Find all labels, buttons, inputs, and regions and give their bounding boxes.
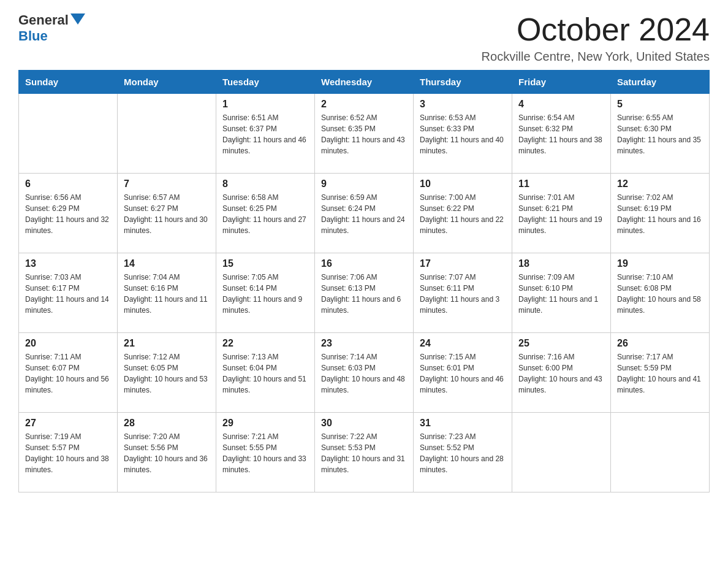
day-info: Sunrise: 7:03 AMSunset: 6:17 PMDaylight:… <box>25 272 111 316</box>
calendar-cell: 20Sunrise: 7:11 AMSunset: 6:07 PMDayligh… <box>19 333 118 413</box>
day-number: 15 <box>222 258 308 269</box>
logo-triangle-icon <box>70 13 85 25</box>
location-subtitle: Rockville Centre, New York, United State… <box>482 50 710 64</box>
day-number: 12 <box>617 178 703 190</box>
day-of-week-header: Thursday <box>414 71 512 94</box>
day-info: Sunrise: 6:51 AMSunset: 6:37 PMDaylight:… <box>222 112 308 156</box>
calendar-cell: 13Sunrise: 7:03 AMSunset: 6:17 PMDayligh… <box>19 253 118 333</box>
day-number: 13 <box>25 258 111 269</box>
day-number: 19 <box>617 258 703 269</box>
day-info: Sunrise: 7:07 AMSunset: 6:11 PMDaylight:… <box>420 272 506 316</box>
day-of-week-header: Wednesday <box>315 71 414 94</box>
calendar-cell: 24Sunrise: 7:15 AMSunset: 6:01 PMDayligh… <box>414 333 512 413</box>
calendar-cell: 11Sunrise: 7:01 AMSunset: 6:21 PMDayligh… <box>512 174 611 253</box>
day-info: Sunrise: 7:02 AMSunset: 6:19 PMDaylight:… <box>617 192 703 236</box>
calendar-table: SundayMondayTuesdayWednesdayThursdayFrid… <box>18 70 710 492</box>
calendar-cell <box>19 94 118 174</box>
calendar-cell: 19Sunrise: 7:10 AMSunset: 6:08 PMDayligh… <box>611 253 710 333</box>
day-info: Sunrise: 7:17 AMSunset: 5:59 PMDaylight:… <box>617 351 703 396</box>
day-info: Sunrise: 6:52 AMSunset: 6:35 PMDaylight:… <box>321 112 407 156</box>
day-number: 10 <box>420 178 506 190</box>
day-info: Sunrise: 7:12 AMSunset: 6:05 PMDaylight:… <box>124 351 210 396</box>
day-of-week-header: Friday <box>512 71 611 94</box>
calendar-cell: 8Sunrise: 6:58 AMSunset: 6:25 PMDaylight… <box>216 174 315 253</box>
calendar-cell: 12Sunrise: 7:02 AMSunset: 6:19 PMDayligh… <box>611 174 710 253</box>
day-info: Sunrise: 7:13 AMSunset: 6:04 PMDaylight:… <box>222 351 308 396</box>
day-info: Sunrise: 7:14 AMSunset: 6:03 PMDaylight:… <box>321 351 407 396</box>
day-info: Sunrise: 7:05 AMSunset: 6:14 PMDaylight:… <box>222 272 308 316</box>
calendar-cell: 26Sunrise: 7:17 AMSunset: 5:59 PMDayligh… <box>611 333 710 413</box>
calendar-cell: 27Sunrise: 7:19 AMSunset: 5:57 PMDayligh… <box>19 413 118 492</box>
calendar-cell: 15Sunrise: 7:05 AMSunset: 6:14 PMDayligh… <box>216 253 315 333</box>
day-info: Sunrise: 7:22 AMSunset: 5:53 PMDaylight:… <box>321 431 407 475</box>
calendar-cell <box>512 413 611 492</box>
calendar-cell: 5Sunrise: 6:55 AMSunset: 6:30 PMDaylight… <box>611 94 710 174</box>
day-number: 3 <box>420 99 506 110</box>
day-info: Sunrise: 6:54 AMSunset: 6:32 PMDaylight:… <box>518 112 604 156</box>
calendar-cell: 2Sunrise: 6:52 AMSunset: 6:35 PMDaylight… <box>315 94 414 174</box>
day-number: 29 <box>222 418 308 429</box>
calendar-week-row: 1Sunrise: 6:51 AMSunset: 6:37 PMDaylight… <box>19 94 710 174</box>
calendar-cell: 16Sunrise: 7:06 AMSunset: 6:13 PMDayligh… <box>315 253 414 333</box>
day-info: Sunrise: 7:16 AMSunset: 6:00 PMDaylight:… <box>518 351 604 396</box>
day-number: 1 <box>222 99 308 110</box>
day-info: Sunrise: 6:55 AMSunset: 6:30 PMDaylight:… <box>617 112 703 156</box>
day-of-week-header: Monday <box>118 71 216 94</box>
day-info: Sunrise: 7:10 AMSunset: 6:08 PMDaylight:… <box>617 272 703 316</box>
title-area: October 2024 Rockville Centre, New York,… <box>482 12 710 64</box>
calendar-cell: 21Sunrise: 7:12 AMSunset: 6:05 PMDayligh… <box>118 333 216 413</box>
calendar-cell: 3Sunrise: 6:53 AMSunset: 6:33 PMDaylight… <box>414 94 512 174</box>
day-info: Sunrise: 6:57 AMSunset: 6:27 PMDaylight:… <box>124 192 210 236</box>
day-info: Sunrise: 7:19 AMSunset: 5:57 PMDaylight:… <box>25 431 111 475</box>
day-number: 30 <box>321 418 407 429</box>
day-of-week-header: Saturday <box>611 71 710 94</box>
day-number: 4 <box>518 99 604 110</box>
calendar-cell: 17Sunrise: 7:07 AMSunset: 6:11 PMDayligh… <box>414 253 512 333</box>
day-info: Sunrise: 7:23 AMSunset: 5:52 PMDaylight:… <box>420 431 506 475</box>
month-title: October 2024 <box>482 12 710 47</box>
day-number: 28 <box>124 418 210 429</box>
day-number: 31 <box>420 418 506 429</box>
day-number: 6 <box>25 178 111 190</box>
page-header: General Blue October 2024 Rockville Cent… <box>18 12 710 64</box>
calendar-cell: 25Sunrise: 7:16 AMSunset: 6:00 PMDayligh… <box>512 333 611 413</box>
logo-general-text: General <box>18 12 69 28</box>
day-info: Sunrise: 7:09 AMSunset: 6:10 PMDaylight:… <box>518 272 604 316</box>
day-info: Sunrise: 7:06 AMSunset: 6:13 PMDaylight:… <box>321 272 407 316</box>
day-number: 7 <box>124 178 210 190</box>
day-number: 5 <box>617 99 703 110</box>
calendar-cell: 1Sunrise: 6:51 AMSunset: 6:37 PMDaylight… <box>216 94 315 174</box>
calendar-cell: 30Sunrise: 7:22 AMSunset: 5:53 PMDayligh… <box>315 413 414 492</box>
calendar-week-row: 27Sunrise: 7:19 AMSunset: 5:57 PMDayligh… <box>19 413 710 492</box>
day-info: Sunrise: 6:56 AMSunset: 6:29 PMDaylight:… <box>25 192 111 236</box>
day-info: Sunrise: 7:20 AMSunset: 5:56 PMDaylight:… <box>124 431 210 475</box>
calendar-header-row: SundayMondayTuesdayWednesdayThursdayFrid… <box>19 71 710 94</box>
day-of-week-header: Sunday <box>19 71 118 94</box>
day-number: 25 <box>518 338 604 349</box>
calendar-cell: 31Sunrise: 7:23 AMSunset: 5:52 PMDayligh… <box>414 413 512 492</box>
calendar-cell: 14Sunrise: 7:04 AMSunset: 6:16 PMDayligh… <box>118 253 216 333</box>
logo-blue-text: Blue <box>18 28 85 44</box>
day-number: 27 <box>25 418 111 429</box>
day-number: 2 <box>321 99 407 110</box>
calendar-cell: 18Sunrise: 7:09 AMSunset: 6:10 PMDayligh… <box>512 253 611 333</box>
day-number: 21 <box>124 338 210 349</box>
calendar-cell: 9Sunrise: 6:59 AMSunset: 6:24 PMDaylight… <box>315 174 414 253</box>
calendar-cell: 23Sunrise: 7:14 AMSunset: 6:03 PMDayligh… <box>315 333 414 413</box>
calendar-cell: 4Sunrise: 6:54 AMSunset: 6:32 PMDaylight… <box>512 94 611 174</box>
calendar-cell: 29Sunrise: 7:21 AMSunset: 5:55 PMDayligh… <box>216 413 315 492</box>
calendar-cell <box>611 413 710 492</box>
day-number: 16 <box>321 258 407 269</box>
calendar-cell: 22Sunrise: 7:13 AMSunset: 6:04 PMDayligh… <box>216 333 315 413</box>
day-number: 17 <box>420 258 506 269</box>
day-info: Sunrise: 6:53 AMSunset: 6:33 PMDaylight:… <box>420 112 506 156</box>
day-number: 22 <box>222 338 308 349</box>
day-info: Sunrise: 7:04 AMSunset: 6:16 PMDaylight:… <box>124 272 210 316</box>
day-info: Sunrise: 6:58 AMSunset: 6:25 PMDaylight:… <box>222 192 308 236</box>
calendar-week-row: 6Sunrise: 6:56 AMSunset: 6:29 PMDaylight… <box>19 174 710 253</box>
day-number: 18 <box>518 258 604 269</box>
calendar-cell: 10Sunrise: 7:00 AMSunset: 6:22 PMDayligh… <box>414 174 512 253</box>
day-info: Sunrise: 7:01 AMSunset: 6:21 PMDaylight:… <box>518 192 604 236</box>
calendar-week-row: 13Sunrise: 7:03 AMSunset: 6:17 PMDayligh… <box>19 253 710 333</box>
day-number: 26 <box>617 338 703 349</box>
